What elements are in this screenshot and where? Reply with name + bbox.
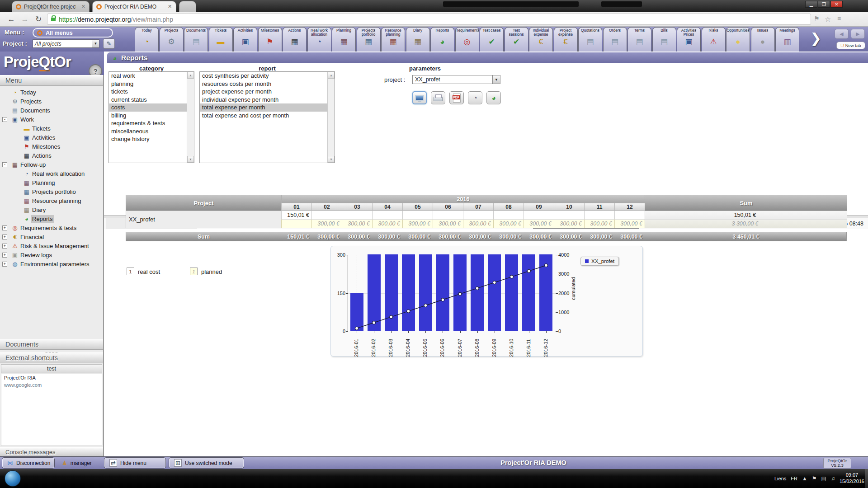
report-item-total-expense-per-month[interactable]: total expense per month xyxy=(200,103,335,112)
tray-expand-icon[interactable]: ▲ xyxy=(802,475,807,482)
shortcut-link[interactable]: www.google.com xyxy=(1,381,102,389)
sidebar-item-planning[interactable]: ▦Planning xyxy=(0,178,103,187)
sidebar-item-environmental-parameters[interactable]: +◍Environmental parameters xyxy=(0,259,103,268)
show-desktop-button[interactable] xyxy=(865,469,868,488)
scroll-down-icon[interactable]: ▼ xyxy=(187,156,194,163)
category-item-real-work[interactable]: real work xyxy=(109,72,194,80)
sidebar-item-requirements-tests[interactable]: +◎Requirements & tests xyxy=(0,223,103,232)
toolbar-tab-activities[interactable]: Activities▣ xyxy=(233,27,257,52)
toolbar-tab-meetings[interactable]: Meetings▥ xyxy=(775,27,799,52)
toolbar-tab-quotations[interactable]: Quotations▤ xyxy=(578,27,602,52)
category-item-planning[interactable]: planning xyxy=(109,80,194,88)
toolbar-tab-actions[interactable]: Actions▦ xyxy=(283,27,307,52)
flag-icon[interactable]: ⚑ xyxy=(814,15,820,22)
collapse-icon[interactable]: - xyxy=(2,117,7,122)
expand-icon[interactable]: + xyxy=(2,244,7,249)
tray-flag-icon[interactable]: ⚑ xyxy=(812,475,817,482)
print-button[interactable] xyxy=(431,91,445,104)
hide-menu-button[interactable]: ⇄ Hide menu xyxy=(104,458,165,468)
sidebar-item-reports[interactable]: ◕Reports xyxy=(0,214,103,223)
disconnection-button[interactable]: ⋈ Disconnection xyxy=(2,458,54,468)
project-select[interactable]: All projects ▼ xyxy=(33,39,99,48)
chart-button[interactable]: ◕ xyxy=(486,91,501,104)
collapse-icon[interactable]: - xyxy=(2,162,7,167)
sidebar-item-real-work-allocation[interactable]: ◔Real work allocation xyxy=(0,169,103,178)
toolbar-tab-projects[interactable]: Projects⚙ xyxy=(160,27,184,52)
toolbar-tab-projects-portfolio[interactable]: Projects portfolio▦ xyxy=(357,27,381,52)
history-button[interactable]: ◔ xyxy=(468,91,482,104)
window-minimize-button[interactable]: ▁ xyxy=(805,1,817,8)
show-on-screen-button[interactable] xyxy=(412,91,427,104)
sidebar-item-risk-issue-management[interactable]: +⚠Risk & Issue Management xyxy=(0,241,103,250)
console-messages-bar[interactable]: Console messages xyxy=(0,447,103,456)
new-tab-stub[interactable] xyxy=(179,1,196,12)
new-tab-button[interactable]: ❒ New tab xyxy=(836,42,865,49)
sidebar-item-diary[interactable]: ▦Diary xyxy=(0,205,103,214)
url-field[interactable]: https://demo.projeqtor.org/view/main.php xyxy=(47,14,811,25)
switched-mode-button[interactable]: ⊞ Use switched mode xyxy=(169,458,244,468)
sidebar-item-activities[interactable]: ▣Activities xyxy=(0,133,103,142)
category-item-billing[interactable]: billing xyxy=(109,112,194,120)
nav-back-button[interactable]: ◄ xyxy=(835,29,849,39)
toolbar-tab-test-sessions[interactable]: Test sessions✔ xyxy=(505,27,528,52)
report-item-resources-costs-per-month[interactable]: resources costs per month xyxy=(200,80,335,88)
shortcut-link[interactable]: Project'Or RIA xyxy=(1,374,102,381)
report-item-total-expense-and-cost-per-month[interactable]: total expense and cost per month xyxy=(200,112,335,120)
sidebar-item-today[interactable]: ◔Today xyxy=(0,88,103,97)
external-shortcuts-bar[interactable]: External shortcuts xyxy=(0,352,103,363)
reload-button[interactable]: ↻ xyxy=(33,14,44,25)
browser-menu-icon[interactable]: ≡ xyxy=(837,15,841,22)
category-item-costs[interactable]: costs xyxy=(109,103,194,112)
bookmark-star-icon[interactable]: ☆ xyxy=(825,15,831,23)
category-item-requirements-tests[interactable]: requirements & tests xyxy=(109,119,194,127)
sidebar-item-review-logs[interactable]: +▣Review logs xyxy=(0,250,103,259)
toolbar-tab-requirements[interactable]: Requirements◎ xyxy=(455,27,479,52)
toolbar-tab-orders[interactable]: Orders▤ xyxy=(603,27,627,52)
expand-icon[interactable]: + xyxy=(2,262,7,267)
scrollbar[interactable]: ▲▼ xyxy=(187,72,194,163)
toolbar-tab-documents[interactable]: Documents▤ xyxy=(184,27,208,52)
toolbar-tab-project-expense[interactable]: Project expense€ xyxy=(554,27,578,52)
sidebar-item-projects[interactable]: ⚙Projects xyxy=(0,97,103,106)
category-item-tickets[interactable]: tickets xyxy=(109,88,194,96)
sidebar-item-resource-planning[interactable]: ▦Resource planning xyxy=(0,196,103,205)
category-item-change-history[interactable]: change history xyxy=(109,135,194,143)
toolbar-tab-diary[interactable]: Diary▦ xyxy=(406,27,430,52)
sidebar-item-work[interactable]: -▣Work xyxy=(0,115,103,124)
chevron-down-icon[interactable]: ▼ xyxy=(92,40,99,47)
sidebar-item-tickets[interactable]: ▬Tickets xyxy=(0,124,103,133)
sidebar-item-actions[interactable]: ▦Actions xyxy=(0,151,103,160)
category-item-miscellaneous[interactable]: miscellaneous xyxy=(109,127,194,136)
sidebar-item-financial[interactable]: +€Financial xyxy=(0,232,103,241)
tab-close-icon[interactable]: ✕ xyxy=(168,4,172,9)
sidebar-item-milestones[interactable]: ⚑Milestones xyxy=(0,142,103,151)
tray-language[interactable]: FR xyxy=(791,476,797,481)
scroll-up-icon[interactable]: ▲ xyxy=(187,72,194,79)
toolbar-tab-terms[interactable]: Terms▤ xyxy=(627,27,651,52)
browser-tab-2[interactable]: Project'Or RIA DEMO ✕ xyxy=(92,1,176,12)
https-padlock-icon[interactable] xyxy=(51,18,56,21)
window-close-button[interactable]: ✕ xyxy=(830,1,843,8)
toolbar-tab-reports[interactable]: Reports◕ xyxy=(430,27,454,52)
window-restore-button[interactable]: ❐ xyxy=(818,1,830,8)
sidebar-item-follow-up[interactable]: -▦Follow-up xyxy=(0,160,103,169)
category-item-current-status[interactable]: current status xyxy=(109,96,194,104)
sidebar-item-documents[interactable]: ▤Documents xyxy=(0,106,103,115)
expand-icon[interactable]: + xyxy=(2,235,7,239)
toolbar-tab-planning[interactable]: Planning▦ xyxy=(332,27,356,52)
toolbar-tab-milestones[interactable]: Milestones⚑ xyxy=(258,27,282,52)
toolbar-overflow-chevron-icon[interactable]: ❯ xyxy=(810,30,821,46)
sidebar-item-projects-portfolio[interactable]: ▦Projects portfolio xyxy=(0,187,103,196)
user-badge[interactable]: ♟ manager xyxy=(57,458,102,468)
toolbar-tab-test-cases[interactable]: Test cases✔ xyxy=(480,27,504,52)
toolbar-tab-tickets[interactable]: Tickets▬ xyxy=(209,27,233,52)
tab-close-icon[interactable]: ✕ xyxy=(81,4,85,9)
documents-panel-bar[interactable]: Documents xyxy=(0,339,103,350)
report-project-select[interactable]: XX_profet ▼ xyxy=(412,75,493,84)
start-button[interactable] xyxy=(5,470,21,487)
back-button[interactable]: ← xyxy=(5,14,17,25)
scroll-down-icon[interactable]: ▼ xyxy=(328,156,335,163)
toolbar-tab-today[interactable]: Today◔ xyxy=(135,27,159,52)
toolbar-tab-risks[interactable]: Risks⚠ xyxy=(702,27,726,52)
report-item-individual-expense-per-month[interactable]: individual expense per month xyxy=(200,96,335,104)
